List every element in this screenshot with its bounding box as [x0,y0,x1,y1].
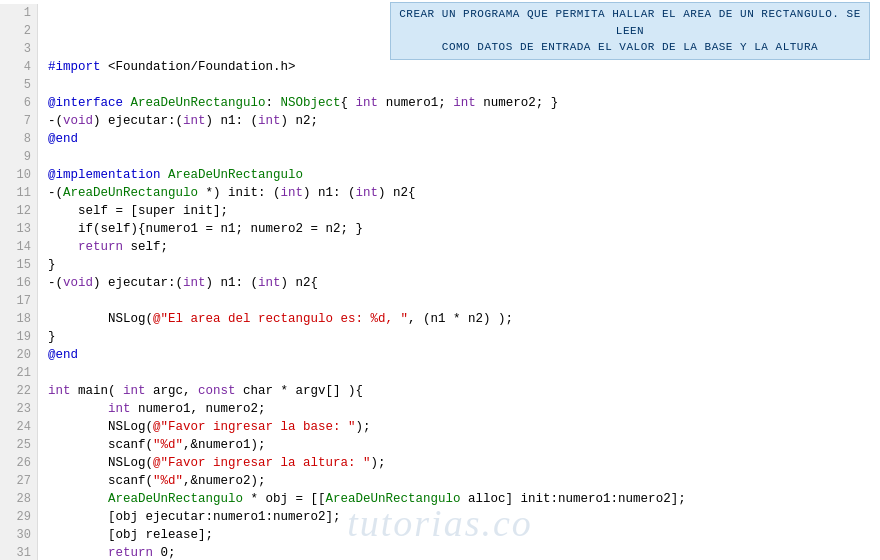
line-number: 15 [0,256,37,274]
line-number: 6 [0,94,37,112]
code-line [48,364,880,382]
line-number: 9 [0,148,37,166]
code-line: -(void) ejecutar:(int) n1: (int) n2; [48,112,880,130]
line-number: 24 [0,418,37,436]
code-line: [obj ejecutar:numero1:numero2]; [48,508,880,526]
code-line: @implementation AreaDeUnRectangulo [48,166,880,184]
line-number: 16 [0,274,37,292]
code-line: @end [48,130,880,148]
line-number: 1 [0,4,37,22]
code-line: } [48,328,880,346]
code-line: int main( int argc, const char * argv[] … [48,382,880,400]
code-line: -(void) ejecutar:(int) n1: (int) n2{ [48,274,880,292]
line-number: 19 [0,328,37,346]
comment-box: CREAR UN PROGRAMA QUE PERMITA HALLAR EL … [390,2,870,60]
code-area: 1234567891011121314151617181920212223242… [0,0,880,560]
code-line: @end [48,346,880,364]
line-number: 20 [0,346,37,364]
code-line: NSLog(@"El area del rectangulo es: %d, "… [48,310,880,328]
comment-line2: COMO DATOS DE ENTRADA EL VALOR DE LA BAS… [442,41,818,53]
line-numbers: 1234567891011121314151617181920212223242… [0,4,38,560]
code-line: @interface AreaDeUnRectangulo: NSObject{… [48,94,880,112]
line-number: 30 [0,526,37,544]
line-number: 4 [0,58,37,76]
line-number: 25 [0,436,37,454]
code-line: -(AreaDeUnRectangulo *) init: (int) n1: … [48,184,880,202]
code-line: return self; [48,238,880,256]
code-line: } [48,256,880,274]
line-number: 17 [0,292,37,310]
line-number: 29 [0,508,37,526]
line-number: 26 [0,454,37,472]
code-line: scanf("%d",&numero2); [48,472,880,490]
line-number: 27 [0,472,37,490]
code-line: NSLog(@"Favor ingresar la altura: "); [48,454,880,472]
code-line: scanf("%d",&numero1); [48,436,880,454]
code-line: [obj release]; [48,526,880,544]
line-number: 13 [0,220,37,238]
line-number: 8 [0,130,37,148]
code-line: self = [super init]; [48,202,880,220]
line-number: 7 [0,112,37,130]
comment-line1: CREAR UN PROGRAMA QUE PERMITA HALLAR EL … [399,8,861,37]
code-line: if(self){numero1 = n1; numero2 = n2; } [48,220,880,238]
line-number: 18 [0,310,37,328]
line-number: 22 [0,382,37,400]
code-line: #import <Foundation/Foundation.h> [48,58,880,76]
line-number: 5 [0,76,37,94]
line-number: 12 [0,202,37,220]
line-number: 11 [0,184,37,202]
code-content: #import <Foundation/Foundation.h> @inter… [38,4,880,560]
line-number: 14 [0,238,37,256]
code-line [48,292,880,310]
code-line: int numero1, numero2; [48,400,880,418]
line-number: 10 [0,166,37,184]
code-line: AreaDeUnRectangulo * obj = [[AreaDeUnRec… [48,490,880,508]
line-number: 21 [0,364,37,382]
line-number: 3 [0,40,37,58]
line-number: 31 [0,544,37,560]
line-number: 23 [0,400,37,418]
code-line: NSLog(@"Favor ingresar la base: "); [48,418,880,436]
line-number: 28 [0,490,37,508]
code-line [48,148,880,166]
code-line [48,76,880,94]
line-number: 2 [0,22,37,40]
editor-container: CREAR UN PROGRAMA QUE PERMITA HALLAR EL … [0,0,880,560]
code-line: return 0; [48,544,880,560]
